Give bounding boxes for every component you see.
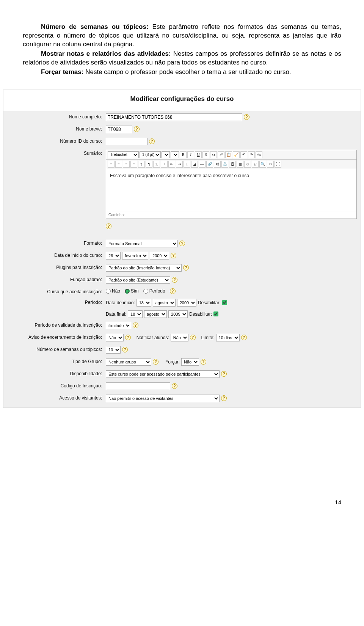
anchor-icon[interactable]: ⚓	[221, 161, 228, 168]
select-plugins[interactable]: Padrão do site (Inscrição Interna)	[106, 264, 182, 272]
checkbox-desabilitar-final[interactable]	[213, 311, 218, 316]
p1-bold: Número de semanas ou tópicos:	[41, 23, 152, 30]
label-disponibilidade: Disponibilidade:	[7, 370, 106, 376]
select-notificar[interactable]: Não	[171, 334, 188, 341]
input-codigo-insc[interactable]	[106, 382, 170, 390]
redo-icon[interactable]: ↷	[248, 151, 255, 158]
copy-icon[interactable]: 📋	[225, 151, 232, 158]
html-icon[interactable]: <>	[267, 161, 274, 168]
select-num-semanas[interactable]: 10	[106, 346, 121, 354]
help-icon[interactable]: ?	[221, 395, 227, 401]
select-pf-ano[interactable]: 2009	[168, 310, 188, 318]
editor-toolbar-2: ≡ ≡ ≡ ≡ ¶ ¶ 1. • ⇤ ⇥ T ◢ — 🔗 ⛓ ⚓ 🖼 ▦ ☺ Ω	[106, 160, 356, 169]
radio-sim[interactable]	[125, 289, 130, 294]
help-icon[interactable]: ?	[179, 241, 185, 246]
label-formato: Formato:	[7, 240, 106, 246]
select-p-dia[interactable]: 18	[136, 299, 151, 307]
select-dia[interactable]: 26	[106, 252, 121, 260]
row-validade: Período de validade da inscrição: ilimit…	[3, 319, 361, 332]
radio-nao[interactable]	[106, 289, 111, 294]
list-ul-icon[interactable]: •	[161, 161, 168, 168]
input-nome-breve[interactable]	[106, 126, 132, 133]
search-icon[interactable]: 🔍	[259, 161, 266, 168]
outdent-icon[interactable]: ⇤	[168, 161, 175, 168]
fullscreen-icon[interactable]: ⛶	[275, 161, 281, 168]
ltr-icon[interactable]: ¶	[138, 161, 145, 168]
panel-title: Modificar configurações do curso	[3, 90, 361, 111]
unlink-icon[interactable]: ⛓	[214, 161, 221, 168]
checkbox-desabilitar-inicio[interactable]	[222, 300, 227, 305]
indent-icon[interactable]: ⇥	[176, 161, 183, 168]
align-justify-icon[interactable]: ≡	[130, 161, 137, 168]
bold-icon[interactable]: B	[180, 151, 187, 158]
label-tipo-grupo: Tipo de Grupo:	[7, 358, 106, 364]
italic-icon[interactable]: I	[187, 151, 194, 158]
select-acesso-vis[interactable]: Não permitir o acesso de visitantes	[106, 395, 220, 402]
p3-bold: Forçar temas:	[41, 68, 85, 75]
row-nome-completo: Nome completo: ?	[3, 111, 361, 123]
align-right-icon[interactable]: ≡	[123, 161, 130, 168]
select-limite[interactable]: 10 dias	[216, 334, 240, 341]
style-select[interactable]	[162, 151, 170, 158]
forecolor-icon[interactable]: T	[184, 161, 190, 168]
radio-periodo[interactable]	[143, 289, 148, 294]
align-left-icon[interactable]: ≡	[108, 161, 115, 168]
help-icon[interactable]: ?	[170, 288, 176, 294]
help-icon[interactable]: ?	[134, 126, 140, 132]
superscript-icon[interactable]: x²	[218, 151, 224, 158]
help-icon[interactable]: ?	[125, 335, 131, 340]
row-funcao: Função padrão: Padrão do site (Estudante…	[3, 274, 361, 286]
help-icon[interactable]: ?	[201, 359, 206, 365]
undo-icon[interactable]: ↶	[240, 151, 247, 158]
select-funcao[interactable]: Padrão do site (Estudante)	[106, 276, 170, 284]
help-icon[interactable]: ?	[221, 371, 227, 377]
link-icon[interactable]: 🔗	[206, 161, 213, 168]
table-icon[interactable]: ▦	[237, 161, 243, 168]
row-sumario: Sumário: Trebuchet 1 (8 pt) B I U S x₂ x…	[3, 148, 361, 221]
input-nome-completo[interactable]	[106, 113, 242, 121]
input-numero-id[interactable]	[106, 138, 147, 145]
help-icon[interactable]: ?	[244, 114, 249, 120]
rtl-icon[interactable]: ¶	[146, 161, 152, 168]
select-ano[interactable]: 2009	[150, 252, 169, 260]
strike-icon[interactable]: S	[202, 151, 209, 158]
select-pf-mes[interactable]: agosto	[144, 310, 167, 318]
select-tipo-grupo[interactable]: Nenhum grupo	[106, 358, 151, 366]
backcolor-icon[interactable]: ◢	[191, 161, 198, 168]
help-icon[interactable]: ?	[149, 138, 155, 144]
help-icon[interactable]: ?	[122, 347, 128, 352]
select-p-ano[interactable]: 2009	[177, 299, 196, 307]
image-icon[interactable]: 🖼	[229, 161, 236, 168]
help-icon[interactable]: ?	[183, 265, 189, 271]
select-validade[interactable]: ilimitado	[106, 322, 131, 329]
fontsize-select[interactable]: 1 (8 pt)	[140, 151, 161, 158]
hr-icon[interactable]: —	[199, 161, 206, 168]
help-icon[interactable]: ?	[241, 335, 247, 340]
label-periodo: Período:	[7, 299, 106, 305]
select-mes[interactable]: fevereiro	[122, 252, 148, 260]
select-disponibilidade[interactable]: Este curso pode ser acessado pelos parti…	[106, 370, 220, 378]
select-formato[interactable]: Formato Semanal	[106, 240, 178, 247]
underline-icon[interactable]: U	[195, 151, 202, 158]
select-forcar[interactable]: Não	[181, 358, 199, 366]
smiley-icon[interactable]: ☺	[244, 161, 251, 168]
list-ol-icon[interactable]: 1.	[153, 161, 160, 168]
select-aviso[interactable]: Não	[106, 334, 124, 341]
help-icon[interactable]: ?	[172, 277, 177, 283]
lang-select[interactable]	[171, 151, 179, 158]
font-select[interactable]: Trebuchet	[108, 151, 139, 158]
subscript-icon[interactable]: x₂	[210, 151, 217, 158]
char-icon[interactable]: Ω	[252, 161, 259, 168]
help-icon[interactable]: ?	[190, 335, 196, 340]
formula-icon[interactable]: √x	[256, 151, 262, 158]
help-icon[interactable]: ?	[171, 253, 176, 258]
select-pf-dia[interactable]: 18	[128, 310, 143, 318]
clean-icon[interactable]: 🧹	[233, 151, 240, 158]
select-p-mes[interactable]: agosto	[153, 299, 176, 307]
help-icon[interactable]: ?	[106, 223, 111, 229]
help-icon[interactable]: ?	[172, 383, 177, 389]
align-center-icon[interactable]: ≡	[115, 161, 122, 168]
help-icon[interactable]: ?	[133, 322, 138, 328]
editor-body[interactable]: Escreva um parágrafo conciso e interessa…	[106, 169, 356, 211]
help-icon[interactable]: ?	[153, 359, 158, 365]
